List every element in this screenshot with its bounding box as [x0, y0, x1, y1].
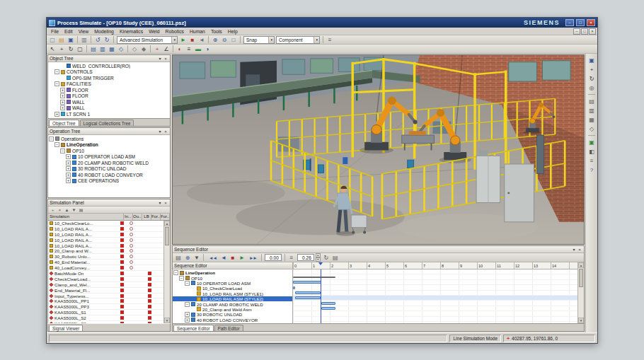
- pan-icon[interactable]: +: [587, 65, 596, 74]
- expand-icon[interactable]: +: [60, 93, 65, 98]
- scroll-up-icon[interactable]: ▲: [578, 262, 584, 268]
- expand-icon[interactable]: +: [66, 154, 71, 159]
- gantt-row[interactable]: [293, 280, 577, 285]
- zoom-icon[interactable]: ◎: [587, 83, 596, 92]
- component-combo[interactable]: Component ▾: [276, 36, 320, 44]
- spin-down-icon[interactable]: ▾: [316, 257, 321, 262]
- menu-human[interactable]: Human: [187, 28, 208, 35]
- zoom-in-icon[interactable]: ⊕: [211, 35, 219, 44]
- advanced-simulation-combo[interactable]: Advanced Simulation ▾: [117, 36, 178, 44]
- pan-view-icon[interactable]: +: [57, 45, 66, 53]
- panel-menu-icon[interactable]: ▾: [157, 200, 163, 205]
- sequence-operation-node[interactable]: +10_LOAD RAIL ASM (STYLE2): [173, 296, 292, 301]
- graphic-options-icon[interactable]: ≡: [185, 45, 193, 53]
- signal-row[interactable]: BatchMode On: [48, 271, 163, 277]
- reset-simulation-icon[interactable]: ◄: [197, 35, 206, 44]
- filter-operations-icon[interactable]: ▼: [192, 253, 201, 262]
- panel-menu-icon[interactable]: ▾: [571, 247, 577, 252]
- front-view-icon[interactable]: ▤: [587, 97, 596, 105]
- close-button[interactable]: ×: [587, 19, 595, 26]
- jump-to-end-icon[interactable]: ►►: [247, 253, 259, 262]
- object-tree-node[interactable]: −CONTROLS: [48, 69, 170, 76]
- signal-row[interactable]: 20_Clamp and W...: [48, 248, 163, 254]
- gantt-bar[interactable]: [293, 286, 295, 289]
- gantt-bar[interactable]: [321, 302, 335, 305]
- operation-tree-node[interactable]: +40 ROBOT LOAD CONVEYOR: [48, 172, 170, 178]
- export-signals-icon[interactable]: ▤: [78, 207, 84, 213]
- step-backward-icon[interactable]: ◄: [219, 253, 228, 262]
- collapse-icon[interactable]: −: [54, 142, 59, 147]
- gantt-bar[interactable]: [295, 291, 321, 294]
- signal-row[interactable]: 30_Robotic Unlo...: [48, 254, 163, 260]
- export-sequence-icon[interactable]: ▤: [331, 253, 340, 262]
- bottom-dock-tab-path-editor[interactable]: Path Editor: [214, 325, 243, 331]
- zoom-area-icon[interactable]: ▢: [76, 45, 84, 53]
- expand-icon[interactable]: +: [60, 100, 65, 105]
- sequence-operation-node[interactable]: +20_Clamp and Weld Asm: [173, 307, 292, 312]
- signal-row[interactable]: KAAS5000L_S3: [48, 321, 163, 323]
- display-options-icon[interactable]: ◑: [203, 45, 212, 53]
- operation-tree-node[interactable]: −Operations: [48, 136, 170, 142]
- left-dock-tab-object-tree[interactable]: Object Tree: [49, 120, 79, 126]
- gantt-row[interactable]: [293, 301, 577, 306]
- expand-icon[interactable]: +: [60, 105, 65, 110]
- signal-row[interactable]: KAAS5000L_PP1: [48, 298, 163, 304]
- collapse-icon[interactable]: −: [54, 81, 59, 86]
- object-tree-node[interactable]: +WALL: [48, 99, 170, 105]
- gantt-row[interactable]: [293, 269, 577, 274]
- column-header[interactable]: For...: [151, 214, 161, 220]
- expand-icon[interactable]: +: [54, 112, 59, 117]
- add-signal-icon[interactable]: +: [50, 207, 56, 213]
- object-tree-node[interactable]: +WELD_CONTROLLER(RO): [48, 63, 170, 69]
- collapse-icon[interactable]: −: [54, 69, 59, 74]
- display-settings-icon[interactable]: ≡: [587, 156, 596, 165]
- menu-kinematics[interactable]: Kinematics: [117, 28, 146, 35]
- sequence-operation-node[interactable]: +10_CheckClearLoad: [173, 286, 292, 291]
- rotate-icon[interactable]: ↻: [587, 74, 596, 83]
- object-tree-node[interactable]: +LT SCRN 1: [48, 111, 170, 117]
- gantt-bar[interactable]: [293, 281, 321, 284]
- stop-playback-icon[interactable]: ■: [229, 253, 237, 262]
- panel-menu-icon[interactable]: ▾: [157, 56, 163, 61]
- gantt-row[interactable]: [293, 296, 577, 301]
- panel-close-icon[interactable]: ×: [163, 201, 168, 205]
- bottom-dock-tab-sequence-editor[interactable]: Sequence Editor: [173, 325, 214, 331]
- collapse-icon[interactable]: −: [185, 302, 190, 307]
- maximize-button[interactable]: □: [576, 19, 585, 26]
- column-header[interactable]: Ou...: [133, 214, 142, 220]
- scroll-up-icon[interactable]: ▲: [164, 221, 170, 226]
- minimize-button[interactable]: –: [565, 19, 574, 26]
- operation-tree-node[interactable]: −LineOperation: [48, 142, 170, 149]
- gantt-row[interactable]: [293, 291, 577, 296]
- time-interval-input[interactable]: 0.26: [297, 254, 314, 261]
- front-view-icon[interactable]: ▤: [89, 45, 98, 53]
- rotate-view-icon[interactable]: ↻: [67, 45, 75, 53]
- save-study-icon[interactable]: ▣: [67, 35, 75, 44]
- menu-view[interactable]: View: [76, 28, 92, 35]
- gantt-row[interactable]: [293, 317, 577, 322]
- column-header[interactable]: LB: [142, 214, 151, 220]
- left-dock-tab-logical-collections-tree[interactable]: Logical Collections Tree: [80, 120, 134, 126]
- operation-tree-node[interactable]: −OP10: [48, 148, 170, 154]
- shaded-display-icon[interactable]: ◆: [139, 45, 148, 53]
- simulation-scrollbar[interactable]: ▲ ▼: [163, 221, 170, 323]
- menu-file[interactable]: File: [48, 28, 62, 35]
- panel-close-icon[interactable]: ×: [163, 129, 168, 134]
- remove-signal-icon[interactable]: ×: [57, 207, 63, 213]
- gantt-scrollbar[interactable]: ▲ ▼: [577, 262, 584, 323]
- gantt-bar[interactable]: [293, 277, 335, 278]
- signal-viewer-tab[interactable]: Signal Viewer: [49, 325, 83, 331]
- fit-view-icon[interactable]: □: [229, 35, 238, 44]
- expand-icon[interactable]: +: [66, 178, 71, 183]
- menu-modeling[interactable]: Modeling: [91, 28, 117, 35]
- new-study-icon[interactable]: ▢: [48, 35, 57, 44]
- collapse-icon[interactable]: −: [173, 270, 178, 275]
- add-operation-icon[interactable]: ⊕: [183, 253, 192, 262]
- signal-row[interactable]: KAAS5000L_PP3: [48, 304, 163, 310]
- right-view-icon[interactable]: ▦: [587, 115, 596, 124]
- signal-row[interactable]: 10_LOAD RAIL A...: [48, 232, 163, 238]
- menu-edit[interactable]: Edit: [62, 28, 76, 35]
- scroll-down-icon[interactable]: ▼: [164, 318, 170, 323]
- sequence-operation-node[interactable]: +40 ROBOT LOAD CONVEYOR: [173, 318, 292, 323]
- panel-menu-icon[interactable]: ▾: [157, 129, 163, 134]
